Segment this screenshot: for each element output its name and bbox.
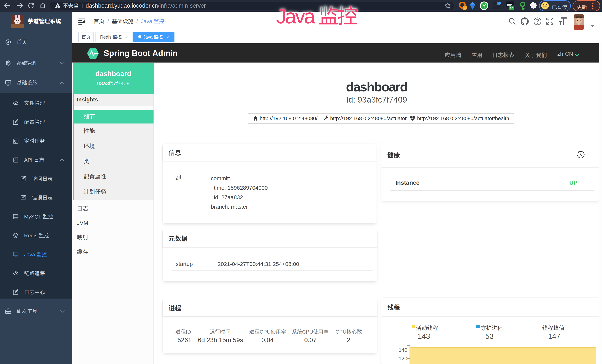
svg-text:1: 1 xyxy=(464,6,466,10)
svg-text:on: on xyxy=(510,6,513,10)
